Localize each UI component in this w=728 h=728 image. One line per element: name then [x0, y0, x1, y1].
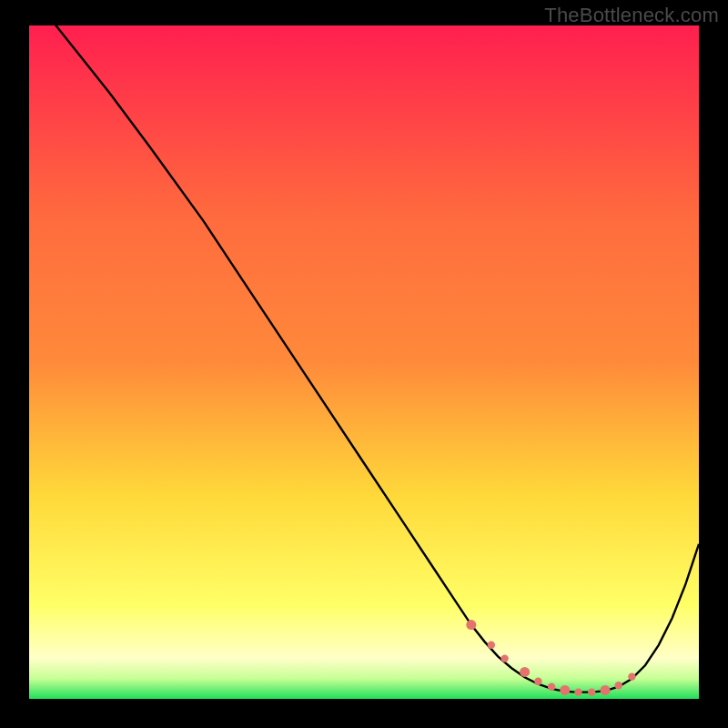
marker-dot [574, 688, 581, 695]
gradient-background [29, 25, 699, 699]
marker-dot [548, 683, 555, 691]
marker-dot [615, 682, 622, 689]
marker-dot [534, 678, 541, 685]
watermark-text: TheBottleneck.com [544, 4, 719, 27]
marker-dot [628, 672, 635, 680]
bottleneck-chart [29, 25, 699, 699]
marker-dot [488, 642, 495, 649]
plot-area [29, 25, 699, 699]
marker-dot [601, 685, 611, 695]
marker-dot [466, 620, 476, 630]
marker-dot [500, 654, 508, 662]
marker-dot [560, 685, 570, 695]
chart-frame: TheBottleneck.com [0, 0, 728, 728]
marker-dot [520, 667, 530, 677]
marker-dot [588, 688, 595, 695]
